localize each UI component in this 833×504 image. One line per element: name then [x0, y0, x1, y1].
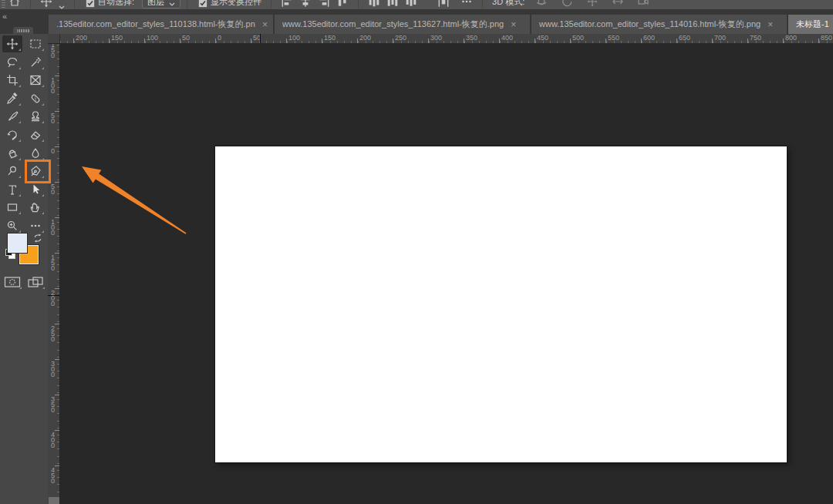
options-bar-grip[interactable]	[2, 0, 5, 8]
eraser-tool[interactable]	[25, 126, 46, 143]
rectangle-shape-tool[interactable]	[2, 199, 22, 216]
horizontal-ruler[interactable]: 2001501005005010015020025030035040045050…	[48, 34, 833, 44]
ruler-label: 100	[147, 34, 158, 42]
move-tool-preset-icon[interactable]	[40, 0, 52, 8]
quick-mask-mode-button[interactable]	[2, 274, 22, 290]
frame-tool[interactable]	[25, 72, 46, 89]
tool-panel	[0, 34, 48, 504]
extra-icons-group	[434, 0, 453, 8]
annotation-arrow	[73, 158, 193, 243]
path-selection-tool[interactable]	[25, 181, 46, 198]
options-bar-content: 自动选择: 图层 显示变换控件 3D 模式:	[0, 0, 653, 9]
magic-wand-tool[interactable]	[25, 54, 46, 71]
tab-title: .135editor.com_editor_styles_110138.html…	[56, 18, 255, 30]
separator	[74, 0, 75, 8]
document-tab-strip: « .135editor.com_editor_styles_110138.ht…	[0, 9, 833, 34]
align-right-edges-icon[interactable]	[318, 0, 330, 8]
ruler-label: 500	[572, 34, 584, 42]
eyedropper-tool[interactable]	[2, 90, 22, 107]
pan-3d-icon[interactable]	[586, 0, 599, 8]
document-tab-3[interactable]: www.135editor.com_editor_styles_114016.h…	[531, 15, 787, 34]
orbit-3d-icon[interactable]	[535, 0, 548, 8]
collapse-panels-chevron[interactable]: «	[2, 12, 7, 21]
ruler-label: 4 5 0	[51, 468, 55, 484]
close-icon[interactable]: ×	[767, 20, 773, 29]
distribute-left-icon[interactable]	[368, 0, 380, 8]
show-transform-label: 显示变换控件	[211, 0, 261, 8]
pen-tool-highlight-box	[25, 160, 51, 183]
document-tab-1[interactable]: .135editor.com_editor_styles_110138.html…	[49, 15, 273, 34]
chevron-down-icon[interactable]	[59, 0, 65, 4]
separator	[187, 0, 187, 8]
ruler-label: 150	[324, 34, 336, 42]
move-tool[interactable]	[2, 35, 22, 52]
ruler-label: 650	[679, 34, 690, 42]
ruler-label: 2 0 0	[51, 291, 55, 307]
ruler-label: 0	[51, 149, 55, 154]
auto-select-target-value: 图层	[147, 0, 164, 8]
distribute-right-icon[interactable]	[405, 0, 417, 8]
edit-toolbar[interactable]	[25, 217, 46, 234]
paint-bucket-tool[interactable]	[2, 145, 22, 162]
document-tab-4-active[interactable]: 未标题-1	[788, 15, 833, 34]
rectangular-marquee-tool[interactable]	[25, 35, 46, 52]
healing-brush-tool[interactable]	[25, 90, 46, 107]
type-tool[interactable]	[2, 181, 22, 198]
crop-tool[interactable]	[2, 72, 22, 89]
ruler-label: 0	[218, 34, 221, 42]
ruler-origin-corner[interactable]	[48, 34, 60, 44]
ruler-label: 150	[111, 34, 123, 42]
ruler-label: 200	[76, 34, 87, 42]
ruler-label: 400	[501, 34, 513, 42]
ruler-label: 450	[537, 34, 548, 42]
lasso-tool[interactable]	[2, 54, 22, 71]
document-tab-2[interactable]: www.135editor.com_editor_styles_113627.h…	[275, 15, 530, 34]
more-options-icon[interactable]	[460, 0, 473, 8]
foreground-color-swatch[interactable]	[8, 234, 27, 253]
distribute-horizontal-centers-icon[interactable]	[386, 0, 399, 8]
auto-select-target-dropdown[interactable]: 图层	[142, 0, 180, 8]
clone-stamp-tool[interactable]	[25, 108, 46, 125]
brush-tool[interactable]	[2, 108, 22, 125]
mode-3d-label: 3D 模式:	[492, 0, 524, 8]
home-icon[interactable]	[8, 0, 21, 8]
align-horizontal-centers-icon[interactable]	[299, 0, 312, 8]
close-icon[interactable]: ×	[511, 20, 516, 29]
tab-title: www.135editor.com_editor_styles_113627.h…	[282, 18, 504, 30]
tool-panel-grip[interactable]	[13, 27, 33, 34]
tab-title: www.135editor.com_editor_styles_114016.h…	[539, 18, 760, 30]
history-brush-tool[interactable]	[2, 126, 22, 143]
camera-3d-icon[interactable]	[637, 0, 649, 8]
document-tabs: .135editor.com_editor_styles_110138.html…	[49, 15, 833, 34]
distribute-icons-group	[365, 0, 420, 8]
screen-mode-button[interactable]	[25, 274, 46, 290]
ruler-label: 600	[643, 34, 655, 42]
ruler-label: 350	[466, 34, 477, 42]
ruler-label: 5 0	[51, 113, 55, 124]
ruler-label: 750	[750, 34, 761, 42]
zoom-tool[interactable]	[2, 217, 22, 234]
mode-3d-icons-group	[532, 0, 653, 8]
hand-tool[interactable]	[25, 199, 46, 216]
separator	[358, 0, 359, 8]
separator	[271, 0, 271, 8]
auto-select-checkbox[interactable]	[86, 0, 95, 6]
close-icon[interactable]: ×	[262, 20, 268, 29]
align-top-edges-icon[interactable]	[336, 0, 349, 8]
dodge-tool[interactable]	[2, 163, 22, 180]
ruler-label: 700	[714, 34, 726, 42]
distribute-spacing-icon[interactable]	[437, 0, 450, 8]
options-bar: 自动选择: 图层 显示变换控件 3D 模式:	[0, 0, 833, 9]
scrollbar-corner	[49, 497, 59, 504]
roll-3d-icon[interactable]	[561, 0, 573, 8]
ruler-label: 300	[430, 34, 442, 42]
document-canvas[interactable]	[215, 146, 787, 462]
ruler-label: 3 5 0	[51, 397, 55, 413]
ruler-label: 1 0 0	[51, 220, 55, 236]
align-left-edges-icon[interactable]	[281, 0, 293, 8]
vertical-ruler[interactable]: 1 5 01 0 05 005 01 0 01 5 02 0 02 5 03 0…	[48, 43, 60, 504]
ruler-label: 3 0 0	[51, 361, 55, 378]
show-transform-checkbox[interactable]	[198, 0, 207, 6]
slide-3d-icon[interactable]	[612, 0, 624, 8]
ruler-label: 4 0 0	[51, 432, 55, 449]
